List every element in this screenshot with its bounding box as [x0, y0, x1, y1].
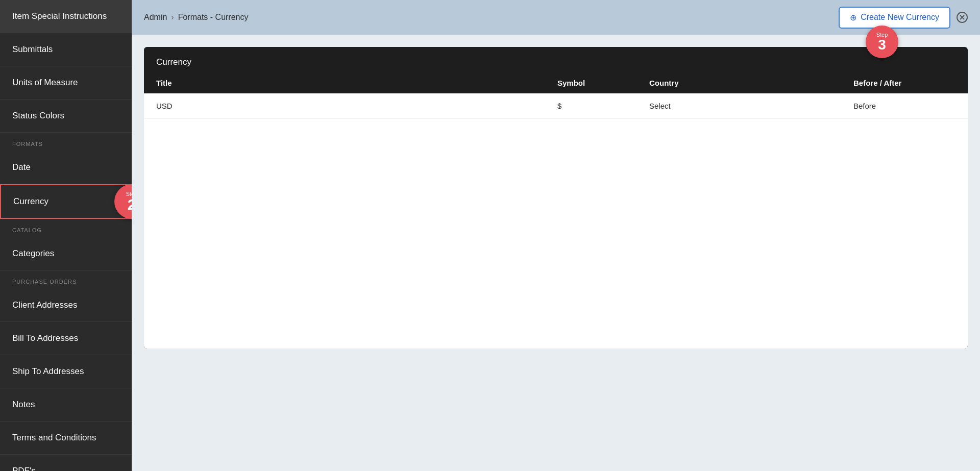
cell-before-after: Before: [853, 102, 955, 110]
sidebar-item-date[interactable]: Date: [0, 151, 132, 184]
breadcrumb-page: Formats - Currency: [178, 13, 249, 22]
main-content: Admin › Formats - Currency ⊕ Create New …: [132, 0, 980, 471]
currency-table-card: Currency Title Symbol Country Before / A…: [144, 47, 968, 349]
content-area: Currency Title Symbol Country Before / A…: [132, 35, 980, 471]
sidebar-item-categories[interactable]: Categories: [0, 237, 132, 270]
create-icon: ⊕: [850, 13, 856, 22]
sidebar-section-formats: FORMATS: [0, 133, 132, 151]
breadcrumb-admin[interactable]: Admin: [144, 13, 167, 22]
step-3-bubble: Step 3: [866, 26, 898, 58]
table-header: Title Symbol Country Before / After: [144, 72, 968, 93]
close-icon: [957, 12, 968, 23]
topbar: Admin › Formats - Currency ⊕ Create New …: [132, 0, 980, 35]
sidebar-item-units-of-measure[interactable]: Units of Measure: [0, 66, 132, 100]
breadcrumb-separator: ›: [171, 13, 174, 22]
sidebar-item-ship-to-addresses[interactable]: Ship To Addresses: [0, 355, 132, 388]
sidebar-section-catalog: CATALOG: [0, 219, 132, 237]
cell-symbol: $: [557, 102, 649, 110]
sidebar-section-purchase-orders: PURCHASE ORDERS: [0, 270, 132, 289]
sidebar-item-submittals[interactable]: Submittals: [0, 33, 132, 66]
close-button[interactable]: [957, 12, 968, 23]
sidebar-item-pdfs[interactable]: PDF's: [0, 455, 132, 471]
sidebar-item-currency[interactable]: Currency: [0, 184, 132, 219]
sidebar-item-status-colors[interactable]: Status Colors: [0, 100, 132, 133]
col-before-after: Before / After: [853, 79, 955, 87]
breadcrumb: Admin › Formats - Currency: [144, 13, 248, 22]
table-row[interactable]: USD$SelectBefore: [144, 93, 968, 119]
sidebar-item-bill-to-addresses[interactable]: Bill To Addresses: [0, 322, 132, 355]
sidebar-item-item-special-instructions[interactable]: Item Special Instructions: [0, 0, 132, 33]
cell-country: Select: [649, 102, 853, 110]
sidebar-item-terms-and-conditions[interactable]: Terms and Conditions: [0, 422, 132, 455]
cell-title: USD: [156, 102, 557, 110]
sidebar: Item Special InstructionsSubmittalsUnits…: [0, 0, 132, 471]
table-title: Currency: [144, 47, 968, 72]
create-button-label: Create New Currency: [861, 13, 939, 22]
sidebar-item-client-addresses[interactable]: Client Addresses: [0, 289, 132, 322]
step3-number: 3: [878, 38, 886, 52]
create-new-currency-button[interactable]: ⊕ Create New Currency: [839, 7, 950, 29]
sidebar-item-notes[interactable]: Notes: [0, 388, 132, 422]
col-title: Title: [156, 79, 557, 87]
col-country: Country: [649, 79, 853, 87]
step2-number: 2: [128, 197, 132, 212]
col-symbol: Symbol: [557, 79, 649, 87]
topbar-actions: ⊕ Create New Currency: [839, 7, 968, 29]
table-body: USD$SelectBefore: [144, 93, 968, 349]
